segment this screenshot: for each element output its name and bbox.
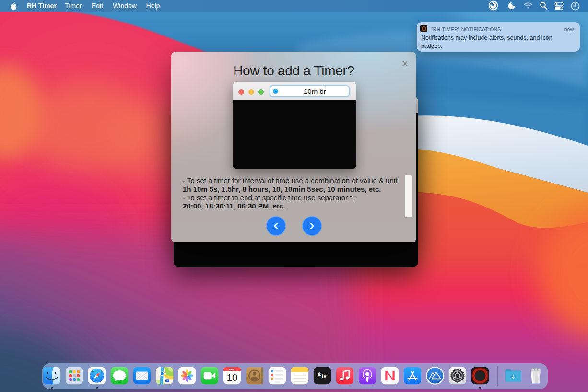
svg-text:tv: tv: [321, 372, 327, 379]
svg-text:10: 10: [227, 372, 238, 383]
svg-text:DEC: DEC: [229, 368, 235, 371]
svg-text:280: 280: [165, 380, 169, 382]
